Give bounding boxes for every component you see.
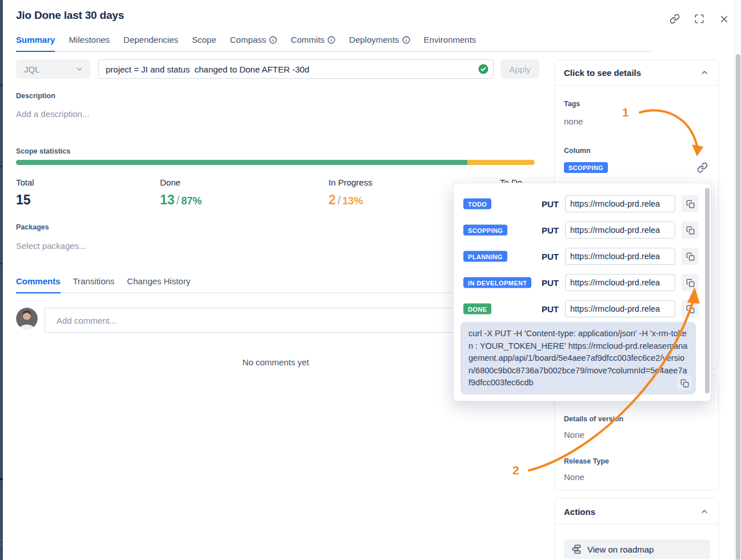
stat-percent: 87% [181,195,202,207]
packages-label: Packages [16,223,49,231]
copy-icon[interactable] [682,221,699,239]
info-icon [402,36,410,44]
tab-deployments[interactable]: Deployments [349,35,410,51]
scope-statistics-label: Scope statistics [16,147,70,155]
annotation-step-1: 1 [622,106,629,119]
endpoint-url-input[interactable] [565,248,675,265]
check-circle-icon [478,64,488,74]
curl-command-box: curl -X PUT -H 'Content-type: applicatio… [460,322,696,394]
column-status-badge: SCOPPING [463,225,507,236]
http-method-label: PUT [542,304,559,314]
endpoint-row: TODO PUT [454,191,711,217]
tab-label: Environments [424,35,476,45]
stat-value: 2 [329,192,336,207]
release-details-modal: Jio Done last 30 days SummaryMilestonesD… [0,0,741,560]
tab-label: Dependencies [123,35,178,45]
page-title: Jio Done last 30 days [16,9,124,22]
actions-card-title: Actions [564,507,595,517]
annotation-step-2: 2 [512,464,519,477]
tab-compass[interactable]: Compass [230,35,277,51]
window-controls [670,14,729,24]
column-status-badge: DONE [463,304,491,315]
info-icon [269,36,277,44]
tab-dependencies[interactable]: Dependencies [123,35,178,51]
curl-command-text: curl -X PUT -H 'Content-type: applicatio… [468,329,687,387]
link-icon[interactable] [697,162,708,173]
tab-commits[interactable]: Commits [291,35,335,51]
jql-mode-label: JQL [24,65,40,74]
endpoint-row: SCOPPING PUT [454,217,711,243]
main-tabs: SummaryMilestonesDependenciesScopeCompas… [16,35,652,52]
stat-in-progress: In Progress 2/13% [329,178,372,208]
page-scrollbar-thumb[interactable] [736,54,740,560]
link-icon[interactable] [670,14,680,24]
tab-label: Milestones [69,35,110,45]
description-placeholder[interactable]: Add a description... [16,109,89,119]
endpoint-url-input[interactable] [565,274,675,291]
packages-placeholder[interactable]: Select packages... [16,241,86,251]
endpoint-url-input[interactable] [565,221,675,239]
http-method-label: PUT [542,252,559,261]
copy-icon[interactable] [677,376,692,390]
fullscreen-icon[interactable] [694,14,704,24]
jql-mode-select[interactable]: JQL [16,59,90,79]
page-scrollbar [734,0,741,560]
http-method-label: PUT [542,225,559,235]
details-of-version-value: None [564,430,584,440]
stat-separator: / [175,194,182,207]
progress-done-segment [16,160,467,165]
column-status-badge: TODO [463,199,491,210]
stat-percent: 13% [342,195,363,207]
view-on-roadmap-button[interactable]: View on roadmap [564,539,710,559]
scope-progress-bar [16,160,535,165]
release-type-label: Release Type [564,457,609,465]
http-method-label: PUT [542,278,559,288]
tab-label: Compass [230,35,266,45]
tab-comments[interactable]: Comments [16,276,61,293]
http-method-label: PUT [542,199,559,209]
column-label: Column [564,147,591,155]
column-status-badge: PLANNING [463,251,507,262]
copy-icon[interactable] [682,300,699,317]
copy-icon[interactable] [682,248,699,265]
jql-query-input[interactable] [98,59,494,79]
stat-total: Total 15 [16,178,34,208]
column-status-badge: IN DEVELOPMENT [463,277,531,288]
tab-scope[interactable]: Scope [192,35,217,51]
endpoint-row: IN DEVELOPMENT PUT [454,269,711,296]
description-label: Description [16,92,55,100]
tab-label: Scope [192,35,217,45]
copy-icon[interactable] [682,274,699,291]
release-type-value: None [564,472,584,482]
chevron-up-icon[interactable] [700,68,709,77]
progress-todo-segment [467,160,535,165]
stat-label: Total [16,178,34,187]
copy-icon[interactable] [682,195,699,212]
endpoint-url-input[interactable] [565,300,675,317]
tab-transitions[interactable]: Transitions [73,276,115,292]
close-icon[interactable] [719,14,729,24]
tab-environments[interactable]: Environments [424,35,476,51]
tab-label: Summary [16,35,55,45]
endpoint-url-input[interactable] [565,195,675,212]
tab-label: Commits [291,35,325,45]
column-status-badge: SCOPPING [564,162,608,173]
tab-summary[interactable]: Summary [16,35,55,52]
endpoint-row: PLANNING PUT [454,243,711,269]
roadmap-icon [571,544,582,554]
endpoint-row: DONE PUT [454,296,711,322]
chevron-up-icon[interactable] [700,507,709,516]
details-card-title: Click to see details [564,68,641,78]
info-icon [327,36,335,44]
tab-changes-history[interactable]: Changes History [127,276,190,292]
tab-label: Deployments [349,35,399,45]
tab-milestones[interactable]: Milestones [69,35,110,51]
user-avatar[interactable] [16,308,38,329]
stat-label: In Progress [329,178,372,187]
apply-button[interactable]: Apply [500,59,539,79]
roadmap-button-label: View on roadmap [587,545,654,554]
actions-card: Actions View on roadmap [554,498,719,560]
chevron-down-icon [75,65,83,73]
popup-scrollbar-thumb[interactable] [705,188,710,393]
stat-separator: / [336,194,343,207]
